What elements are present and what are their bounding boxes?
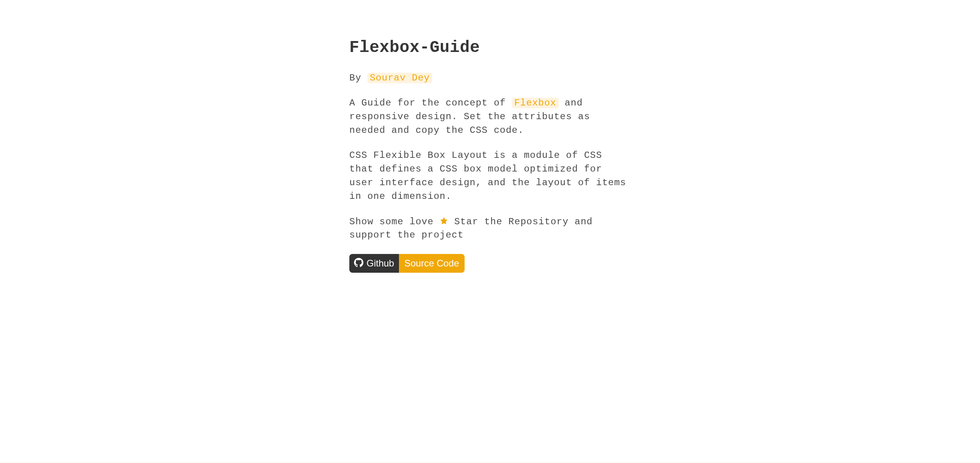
github-badge-left: Github	[349, 254, 399, 273]
byline-prefix: By	[349, 73, 367, 83]
github-badge-label: Github	[367, 259, 394, 268]
article: Flexbox-Guide By Sourav Dey A Guide for …	[342, 0, 638, 312]
github-badge-right: Source Code	[399, 254, 465, 273]
github-source-button[interactable]: Github Source Code	[349, 254, 465, 273]
page-title: Flexbox-Guide	[349, 38, 631, 57]
github-icon	[354, 258, 363, 269]
star-icon	[440, 216, 448, 227]
intro-text-before: A Guide for the concept of	[349, 98, 512, 108]
intro-paragraph: A Guide for the concept of Flexbox and r…	[349, 97, 631, 137]
flexbox-link[interactable]: Flexbox	[512, 98, 559, 108]
author-link[interactable]: Sourav Dey	[367, 73, 432, 83]
support-text-before: Show some love	[349, 216, 440, 227]
css-module-paragraph: CSS Flexible Box Layout is a module of C…	[349, 149, 631, 203]
byline: By Sourav Dey	[349, 73, 631, 83]
support-paragraph: Show some love Star the Repository and s…	[349, 215, 631, 243]
github-badge-source-label: Source Code	[404, 259, 459, 268]
